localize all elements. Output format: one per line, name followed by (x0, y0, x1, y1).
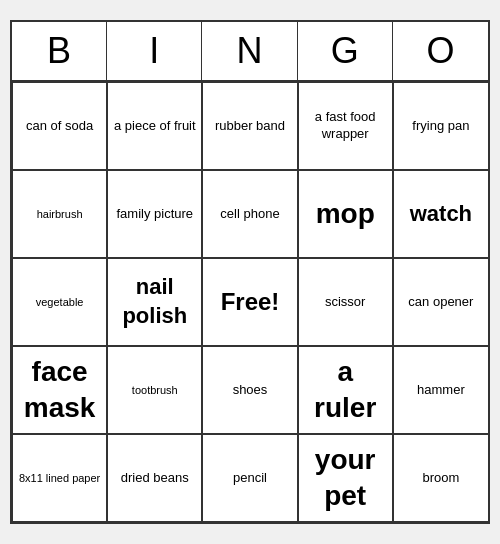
bingo-cell: shoes (202, 346, 297, 434)
bingo-cell: a fast food wrapper (298, 82, 393, 170)
bingo-header-letter: N (202, 22, 297, 80)
bingo-cell: dried beans (107, 434, 202, 522)
bingo-card: BINGO can of sodaa piece of fruitrubber … (10, 20, 490, 524)
bingo-cell: scissor (298, 258, 393, 346)
bingo-grid: can of sodaa piece of fruitrubber banda … (12, 82, 488, 522)
bingo-cell: cell phone (202, 170, 297, 258)
bingo-cell: nail polish (107, 258, 202, 346)
bingo-cell: can of soda (12, 82, 107, 170)
bingo-cell: broom (393, 434, 488, 522)
bingo-header-letter: B (12, 22, 107, 80)
bingo-cell: Free! (202, 258, 297, 346)
bingo-cell: hammer (393, 346, 488, 434)
bingo-cell: your pet (298, 434, 393, 522)
bingo-cell: frying pan (393, 82, 488, 170)
bingo-cell: rubber band (202, 82, 297, 170)
bingo-cell: hairbrush (12, 170, 107, 258)
bingo-header-letter: O (393, 22, 488, 80)
bingo-cell: a ruler (298, 346, 393, 434)
bingo-cell: family picture (107, 170, 202, 258)
bingo-cell: can opener (393, 258, 488, 346)
bingo-header-letter: I (107, 22, 202, 80)
bingo-cell: vegetable (12, 258, 107, 346)
bingo-cell: watch (393, 170, 488, 258)
bingo-cell: pencil (202, 434, 297, 522)
bingo-cell: a piece of fruit (107, 82, 202, 170)
bingo-cell: 8x11 lined paper (12, 434, 107, 522)
bingo-header: BINGO (12, 22, 488, 82)
bingo-cell: mop (298, 170, 393, 258)
bingo-cell: tootbrush (107, 346, 202, 434)
bingo-header-letter: G (298, 22, 393, 80)
bingo-cell: face mask (12, 346, 107, 434)
